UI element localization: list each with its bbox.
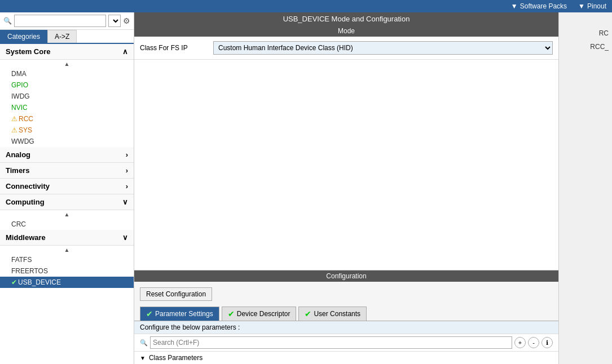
device-descriptor-label: Device Descriptor — [237, 310, 290, 318]
category-header-middleware[interactable]: Middleware ∨ — [0, 230, 134, 246]
sidebar-search-row: 🔍 ⚙ — [0, 12, 134, 30]
scroll-up-system-core[interactable]: ▲ — [0, 60, 134, 68]
chevron-up-icon-middleware: ∨ — [122, 233, 128, 242]
sidebar-item-iwdg[interactable]: IWDG — [0, 91, 134, 102]
tab-categories[interactable]: Categories — [0, 30, 47, 43]
tab-az[interactable]: A->Z — [47, 30, 77, 43]
scroll-up-computing[interactable]: ▲ — [0, 210, 134, 219]
class-for-fs-ip-label: Class For FS IP — [140, 44, 208, 52]
sidebar-item-rcc[interactable]: ⚠RCC — [0, 113, 134, 125]
rcc-label: RCC_ — [590, 43, 609, 51]
config-tabs: ✔ Parameter Settings ✔ Device Descriptor… — [134, 307, 558, 321]
sidebar-item-usb-device[interactable]: ✔USB_DEVICE — [0, 277, 134, 288]
search-dropdown[interactable] — [108, 15, 121, 27]
chevron-right-icon-analog: › — [126, 150, 128, 159]
category-header-analog[interactable]: Analog › — [0, 147, 134, 163]
sidebar-item-fatfs[interactable]: FATFS — [0, 254, 134, 265]
pinout-label: Pinout — [587, 2, 606, 10]
sidebar-item-freertos[interactable]: FREERTOS — [0, 265, 134, 277]
sidebar: 🔍 ⚙ Categories A->Z System Core ∧ ▲ D — [0, 12, 134, 364]
user-constants-label: User Constants — [314, 310, 360, 318]
configure-below-label: Configure the below parameters : — [140, 323, 240, 331]
gear-icon[interactable]: ⚙ — [123, 16, 130, 25]
main-layout: 🔍 ⚙ Categories A->Z System Core ∧ ▲ D — [0, 12, 612, 364]
sidebar-content: System Core ∧ ▲ DMA GPIO IWDG NVIC ⚠RCC … — [0, 44, 134, 364]
pinout-menu[interactable]: ▼ Pinout — [578, 2, 606, 10]
category-timers: Timers › — [0, 163, 134, 179]
rc-label: RC — [599, 29, 609, 37]
chevron-down-icon-2: ▼ — [578, 2, 585, 10]
chevron-down-icon: ▼ — [511, 2, 518, 10]
class-params-label: Class Parameters — [149, 354, 202, 362]
sidebar-item-sys[interactable]: ⚠SYS — [0, 125, 134, 136]
search-icon-config: 🔍 — [140, 339, 148, 347]
category-header-connectivity[interactable]: Connectivity › — [0, 179, 134, 194]
computing-items: ▲ CRC — [0, 210, 134, 230]
sidebar-item-nvic[interactable]: NVIC — [0, 102, 134, 113]
sidebar-item-crc[interactable]: CRC — [0, 219, 134, 230]
reset-row: Reset Configuration — [134, 282, 558, 307]
search-input[interactable] — [14, 15, 106, 27]
category-header-computing[interactable]: Computing ∨ — [0, 194, 134, 210]
user-check-icon: ✔ — [305, 309, 311, 318]
config-search-row: Configure the below parameters : — [134, 321, 558, 334]
right-panel: RC RCC_ — [558, 12, 612, 364]
config-search-input[interactable] — [150, 336, 512, 349]
chevron-up-icon: ∧ — [122, 47, 128, 56]
middleware-label: Middleware — [6, 233, 46, 242]
mode-section-header: Mode — [134, 25, 558, 37]
tab-user-constants[interactable]: ✔ User Constants — [298, 307, 367, 321]
info-button-2[interactable]: - — [528, 337, 539, 348]
info-icon-right[interactable]: ℹ — [541, 337, 553, 348]
param-check-icon: ✔ — [146, 309, 153, 318]
category-middleware: Middleware ∨ ▲ FATFS FREERTOS ✔USB_DEVIC… — [0, 230, 134, 288]
param-settings-label: Parameter Settings — [155, 310, 213, 318]
search-row: 🔍 + - ℹ — [134, 334, 558, 351]
chevron-down-class-params[interactable]: ▼ — [140, 355, 146, 361]
sidebar-tabs: Categories A->Z — [0, 30, 134, 44]
analog-label: Analog — [6, 150, 30, 159]
device-check-icon: ✔ — [228, 309, 235, 318]
sidebar-item-dma[interactable]: DMA — [0, 68, 134, 79]
category-system-core: System Core ∧ ▲ DMA GPIO IWDG NVIC ⚠RCC … — [0, 44, 134, 147]
computing-label: Computing — [6, 198, 45, 206]
software-packs-menu[interactable]: ▼ Software Packs — [511, 2, 567, 10]
middleware-items: ▲ FATFS FREERTOS ✔USB_DEVICE — [0, 246, 134, 288]
mode-row: Class For FS IP Custom Human Interface D… — [134, 37, 558, 60]
config-section: Configuration Reset Configuration ✔ Para… — [134, 270, 558, 364]
mode-content — [134, 60, 558, 270]
panel-title: USB_DEVICE Mode and Configuration — [134, 12, 558, 25]
scroll-up-middleware[interactable]: ▲ — [0, 246, 134, 254]
category-header-system-core[interactable]: System Core ∧ — [0, 44, 134, 60]
sidebar-item-gpio[interactable]: GPIO — [0, 79, 134, 91]
config-section-header: Configuration — [134, 270, 558, 282]
class-for-fs-ip-select[interactable]: Custom Human Interface Device Class (HID… — [213, 41, 553, 55]
class-params-row: ▼ Class Parameters — [134, 351, 558, 364]
tab-parameter-settings[interactable]: ✔ Parameter Settings — [140, 307, 219, 321]
software-packs-label: Software Packs — [520, 2, 567, 10]
system-core-items: ▲ DMA GPIO IWDG NVIC ⚠RCC ⚠SYS WWDG — [0, 60, 134, 147]
chevron-right-icon-timers: › — [126, 166, 128, 175]
chevron-right-icon-connectivity: › — [126, 182, 128, 190]
category-header-timers[interactable]: Timers › — [0, 163, 134, 179]
category-computing: Computing ∨ ▲ CRC — [0, 194, 134, 230]
info-button-1[interactable]: + — [514, 337, 526, 348]
chevron-up-icon-computing: ∨ — [122, 198, 128, 206]
timers-label: Timers — [6, 166, 29, 175]
top-bar: ▼ Software Packs ▼ Pinout — [0, 0, 612, 12]
connectivity-label: Connectivity — [6, 182, 50, 190]
sidebar-item-wwdg[interactable]: WWDG — [0, 136, 134, 147]
search-icon: 🔍 — [3, 17, 12, 25]
reset-configuration-button[interactable]: Reset Configuration — [140, 287, 212, 301]
category-connectivity: Connectivity › — [0, 179, 134, 194]
category-analog: Analog › — [0, 147, 134, 163]
tab-device-descriptor[interactable]: ✔ Device Descriptor — [222, 307, 297, 321]
content-area: USB_DEVICE Mode and Configuration Mode C… — [134, 12, 558, 364]
system-core-label: System Core — [6, 47, 50, 56]
